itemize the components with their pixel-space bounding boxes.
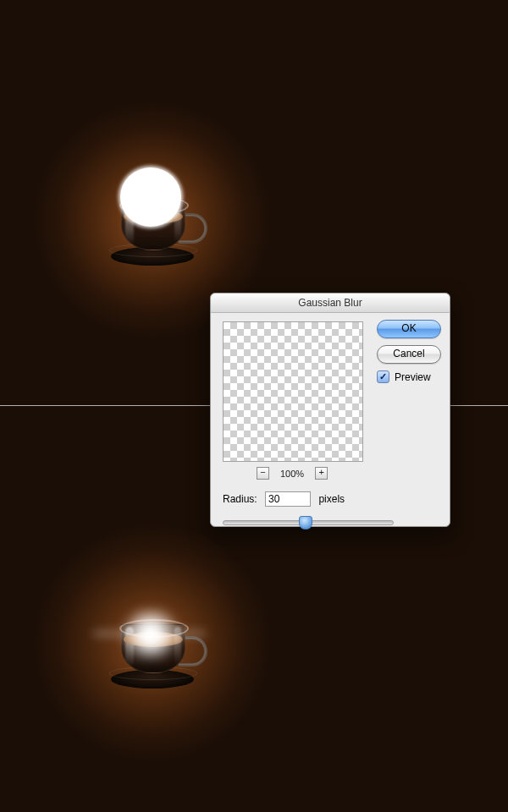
zoom-row: − 100% + [223, 467, 362, 480]
radius-input[interactable] [265, 491, 311, 507]
zoom-level-label: 100% [280, 469, 304, 479]
zoom-out-button[interactable]: − [257, 467, 269, 480]
preview-checkbox-row[interactable]: ✓ Preview [377, 370, 439, 383]
dialog-button-column: OK Cancel ✓ Preview [377, 320, 439, 383]
preview-image[interactable] [223, 321, 363, 462]
radius-row: Radius: pixels [223, 491, 439, 507]
dialog-title: Gaussian Blur [211, 294, 450, 313]
slider-thumb[interactable] [299, 516, 312, 529]
preview-label: Preview [395, 371, 431, 383]
zoom-in-button[interactable]: + [315, 467, 328, 480]
canvas-root: Gaussian Blur OK Cancel ✓ Preview − 100%… [0, 0, 508, 812]
transparency-checker [224, 322, 362, 461]
highlight-blob [120, 167, 181, 227]
radius-label: Radius: [223, 493, 257, 505]
radius-slider[interactable] [223, 515, 392, 527]
ok-button[interactable]: OK [377, 320, 441, 338]
radius-unit: pixels [318, 493, 345, 505]
dialog-content: OK Cancel ✓ Preview − 100% + Radius: pix… [211, 313, 450, 537]
blurred-highlight [108, 609, 193, 660]
cancel-button[interactable]: Cancel [377, 345, 441, 364]
gaussian-blur-dialog: Gaussian Blur OK Cancel ✓ Preview − 100%… [210, 293, 450, 527]
checkmark-icon[interactable]: ✓ [377, 370, 389, 383]
